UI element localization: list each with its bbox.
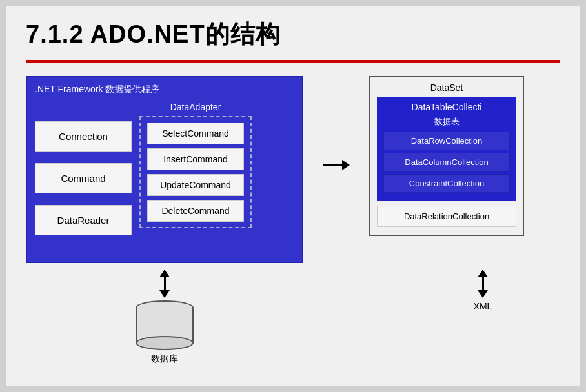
updatecommand-box: UpdateCommand — [147, 174, 244, 196]
right-arrow — [323, 160, 350, 170]
xml-arrow-head-up — [478, 270, 488, 277]
datareader-box: DataReader — [35, 205, 132, 235]
dataadapter-label: DataAdapter — [139, 102, 252, 112]
selectcommand-box: SelectCommand — [147, 122, 244, 144]
slide-title: 7.1.2 ADO.NET的结构 — [26, 18, 560, 51]
db-arrow-container: 数据库 — [26, 270, 303, 365]
db-double-arrow: 数据库 — [136, 270, 194, 365]
insertcommand-box: InsertCommand — [147, 148, 244, 170]
title-area: 7.1.2 ADO.NET的结构 — [6, 6, 580, 55]
datarow-collection-box: DataRowCollection — [383, 132, 510, 150]
db-area: 数据库 — [26, 270, 303, 347]
deletecommand-box: DeleteCommand — [147, 200, 244, 222]
datacolumn-collection-box: DataColumnCollection — [383, 153, 510, 172]
dataset-label: DataSet — [377, 83, 516, 93]
connection-box: Connection — [35, 121, 132, 152]
database-cylinder — [136, 300, 194, 350]
xml-area: XML — [405, 270, 560, 347]
db-label: 数据库 — [151, 353, 178, 365]
shujubiao-label: 数据表 — [383, 116, 510, 128]
xml-double-arrow — [478, 270, 488, 298]
dataset-box: DataSet DataTableCollecti 数据表 DataRowCol… — [369, 76, 524, 236]
arrow-right-area — [323, 160, 350, 170]
adapter-column: DataAdapter SelectCommand InsertCommand … — [139, 102, 252, 235]
slide: 7.1.2 ADO.NET的结构 .NET Framework 数据提供程序 C… — [6, 6, 580, 386]
arrow-head-up — [159, 270, 170, 277]
arrow-line — [323, 164, 342, 166]
net-framework-label: .NET Framework 数据提供程序 — [35, 84, 294, 95]
spacer — [303, 270, 323, 347]
dashed-commands-box: SelectCommand InsertCommand UpdateComman… — [139, 116, 252, 228]
constraint-collection-box: ConstraintCollection — [383, 174, 510, 193]
datarelation-box: DataRelationCollection — [377, 206, 516, 227]
left-column: Connection Command DataReader — [35, 121, 132, 235]
cylinder-wrapper — [136, 300, 194, 350]
net-framework-box: .NET Framework 数据提供程序 Connection Command… — [26, 76, 303, 263]
arrow-head-down — [159, 290, 170, 298]
datatable-collection-label: DataTableCollecti — [383, 102, 510, 112]
cylinder-bottom — [136, 336, 194, 350]
xml-arrow-line-v1 — [482, 277, 484, 290]
content-area: .NET Framework 数据提供程序 Connection Command… — [6, 63, 580, 263]
xml-label: XML — [474, 301, 492, 311]
command-box: Command — [35, 163, 132, 193]
bottom-area: 数据库 XML — [6, 263, 580, 347]
datatable-collection-box: DataTableCollecti 数据表 DataRowCollection … — [377, 97, 516, 201]
arrow-line-v1 — [164, 277, 166, 290]
arrow-head — [342, 160, 350, 170]
xml-arrow-head-down — [478, 290, 488, 298]
net-inner: Connection Command DataReader DataAdapte… — [35, 102, 294, 235]
